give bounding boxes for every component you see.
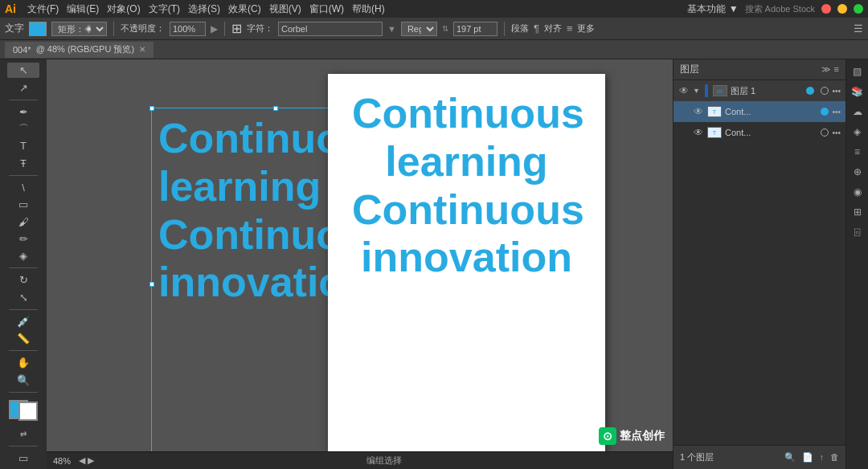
shaper-tool[interactable]: ◈ xyxy=(7,248,39,263)
assets-button[interactable]: ◈ xyxy=(849,123,866,141)
font-arrow[interactable]: ▼ xyxy=(387,24,396,34)
handle-ml[interactable] xyxy=(149,282,154,287)
layers-content: 👁 ▼ ▭ 图层 1 ••• 👁 T Cont... ••• xyxy=(674,80,845,445)
background-color[interactable] xyxy=(18,402,38,421)
panel-menu-icon[interactable]: ≡ xyxy=(834,64,839,75)
workspace-selector[interactable]: 基本功能 ▼ xyxy=(687,2,738,16)
menu-effect[interactable]: 效果(C) xyxy=(228,2,261,16)
layer-parent-name: 图层 1 xyxy=(731,85,804,97)
transform-icon: ⊞ xyxy=(231,21,242,36)
tab-close-button[interactable]: ✕ xyxy=(139,45,145,54)
measure-tool[interactable]: 📏 xyxy=(7,331,39,346)
transform-panel-button[interactable]: ⌻ xyxy=(849,223,866,241)
layer-parent-item[interactable]: 👁 ▼ ▭ 图层 1 ••• xyxy=(674,80,845,101)
menu-file[interactable]: 文件(F) xyxy=(27,2,59,16)
status-info: 编组选择 xyxy=(102,455,666,467)
menu-window[interactable]: 窗口(W) xyxy=(309,2,344,16)
menu-text[interactable]: 文字(T) xyxy=(149,2,180,16)
layer-indicator-parent-outline xyxy=(821,87,829,95)
curvature-tool[interactable]: ⌒ xyxy=(7,121,39,137)
layer-visibility-icon[interactable]: 👁 xyxy=(678,85,690,96)
line-tool[interactable]: \ xyxy=(7,180,39,195)
layer-color-stripe xyxy=(705,84,708,97)
options-icon[interactable]: ☰ xyxy=(854,22,863,35)
pencil-tool[interactable]: ✏ xyxy=(7,231,39,247)
tool-divider-2 xyxy=(9,175,38,176)
libraries-button[interactable]: 📚 xyxy=(849,83,866,100)
layer-item-2[interactable]: 👁 T Cont... ••• xyxy=(674,122,845,143)
type-tool[interactable]: T xyxy=(7,138,39,153)
menu-help[interactable]: 帮助(H) xyxy=(352,2,385,16)
handle-tm[interactable] xyxy=(273,106,278,111)
eyedropper-tool[interactable]: 💉 xyxy=(7,314,39,329)
layers-search-icon[interactable]: 🔍 xyxy=(784,452,796,463)
symbol-button[interactable]: ⊕ xyxy=(849,163,866,181)
layer1-visibility-icon[interactable]: 👁 xyxy=(693,106,704,117)
layer2-visibility-icon[interactable]: 👁 xyxy=(693,127,704,138)
layer-thumbnail: ▭ xyxy=(713,85,727,96)
search-stock[interactable]: 搜索 Adobe Stock xyxy=(745,3,815,15)
scale-tool[interactable]: ⤡ xyxy=(7,290,39,305)
divider3 xyxy=(504,22,505,36)
layer-more-icon[interactable]: ••• xyxy=(832,87,841,96)
paragraph-icon[interactable]: ¶ xyxy=(534,22,539,35)
window-close-button[interactable] xyxy=(854,4,863,14)
menu-edit[interactable]: 编辑(E) xyxy=(67,2,99,16)
opacity-input[interactable] xyxy=(170,22,206,36)
zoom-tool[interactable]: 🔍 xyxy=(7,373,39,388)
layer2-more[interactable]: ••• xyxy=(832,128,841,137)
swap-colors-button[interactable]: ⇄ xyxy=(7,426,39,441)
brush-button[interactable]: ≡ xyxy=(849,143,866,161)
pen-tool[interactable]: ✒ xyxy=(7,104,39,119)
direct-select-tool[interactable]: ↗ xyxy=(7,80,39,95)
properties-button[interactable]: ▧ xyxy=(849,63,866,80)
layers-new-layer-button[interactable]: 📄 xyxy=(802,452,813,463)
on-line1: Continuous xyxy=(352,90,581,138)
document-tab[interactable]: 004* @ 48% (RGB/GPU 预览) ✕ xyxy=(5,42,154,58)
right-icon-strip: ▧ 📚 ☁ ◈ ≡ ⊕ ◉ ⊞ ⌻ xyxy=(845,59,868,469)
align-panel-button[interactable]: ⊞ xyxy=(849,203,866,221)
artboard: Continuous learning Continuous innovatio… xyxy=(328,74,605,451)
on-line4: innovation xyxy=(352,234,581,282)
panel-expand-icon[interactable]: ≫ xyxy=(821,64,831,75)
rotate-tool[interactable]: ↻ xyxy=(7,272,39,288)
layers-count: 1 个图层 xyxy=(680,451,714,463)
status-bar: 48% ◀ ▶ 编组选择 xyxy=(47,451,673,469)
handle-tl[interactable] xyxy=(149,106,154,111)
stroke-color-indicator[interactable] xyxy=(29,22,47,36)
cc-button[interactable]: ☁ xyxy=(849,103,866,120)
canvas-area[interactable]: Continuous learning Continuous innovatio… xyxy=(47,59,673,469)
more-label[interactable]: 更多 xyxy=(577,22,595,35)
layers-footer-icons: 🔍 📄 ↑ 🗑 xyxy=(784,452,840,463)
appearance-button[interactable]: ◉ xyxy=(849,183,866,201)
font-style-select[interactable]: Reg... xyxy=(401,22,437,36)
screen-mode-button[interactable]: ▭ xyxy=(7,451,39,466)
tab-name: 004* xyxy=(13,45,31,55)
window-maximize-button[interactable] xyxy=(837,4,847,14)
select-tool[interactable]: ↖ xyxy=(7,63,39,78)
menu-select[interactable]: 选择(S) xyxy=(188,2,220,16)
layer-expand-icon[interactable]: ▼ xyxy=(693,87,700,95)
divider1 xyxy=(113,22,114,36)
touch-type-tool[interactable]: Ŧ xyxy=(7,156,39,171)
paintbrush-tool[interactable]: 🖌 xyxy=(7,214,39,229)
layers-move-button[interactable]: ↑ xyxy=(820,452,825,463)
layers-panel-header: 图层 ≫ ≡ xyxy=(674,59,845,80)
menu-object[interactable]: 对象(O) xyxy=(107,2,140,16)
font-size-input[interactable] xyxy=(453,22,497,36)
rect-tool[interactable]: ▭ xyxy=(7,197,39,212)
align-left-icon[interactable]: ≡ xyxy=(567,22,573,35)
layer-item-1[interactable]: 👁 T Cont... ••• xyxy=(674,101,845,122)
shape-mode-select[interactable]: 矩形：◈ xyxy=(51,22,107,36)
layer1-more[interactable]: ••• xyxy=(832,108,841,116)
tool-divider-1 xyxy=(9,100,38,100)
on-page-text-content: Continuous learning Continuous innovatio… xyxy=(328,74,605,298)
nav-arrows[interactable]: ◀ ▶ xyxy=(79,455,94,466)
hand-tool[interactable]: ✋ xyxy=(7,355,39,370)
opacity-arrow[interactable]: ▶ xyxy=(211,23,218,35)
window-minimize-button[interactable] xyxy=(821,4,831,14)
layers-delete-button[interactable]: 🗑 xyxy=(830,452,839,463)
font-name-input[interactable] xyxy=(278,22,383,36)
options-toolbar: 文字 矩形：◈ 不透明度： ▶ ⊞ 字符： ▼ Reg... ⇅ 段落 ¶ 对齐… xyxy=(0,18,868,40)
menu-view[interactable]: 视图(V) xyxy=(269,2,301,16)
